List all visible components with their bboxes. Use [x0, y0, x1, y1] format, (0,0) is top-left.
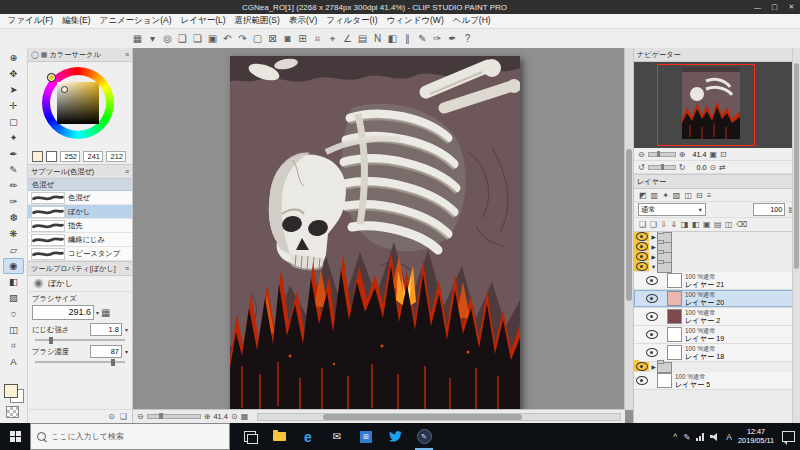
tool-property-tab[interactable]: ツールプロパティ[ぼかし] ≡: [28, 262, 132, 276]
main-color-swatch[interactable]: [4, 384, 18, 398]
selection-tool-icon[interactable]: ▢: [3, 114, 24, 130]
minimize-button[interactable]: —: [749, 4, 766, 11]
figure-tool-icon[interactable]: ○: [3, 306, 24, 322]
subtool-panel-tab[interactable]: サブツール(色混ぜ) ≡: [28, 165, 132, 179]
layer-row[interactable]: 100 %通常 レイヤー 20: [634, 290, 793, 308]
two-pane-icon[interactable]: ◫: [725, 220, 733, 229]
task-view-button[interactable]: [240, 423, 260, 450]
pen-a-icon[interactable]: ✎: [415, 30, 430, 47]
panel-menu-icon[interactable]: ≡: [125, 168, 129, 175]
blend-tool-icon[interactable]: ◉: [3, 258, 24, 274]
eraser-tool-icon[interactable]: ▱: [3, 242, 24, 258]
close-button[interactable]: ✕: [783, 3, 800, 11]
horizontal-scrollbar[interactable]: [257, 413, 621, 421]
pen-b-icon[interactable]: ✑: [430, 30, 445, 47]
layer-move-tool-icon[interactable]: ✛: [3, 98, 24, 114]
color-panel-tab[interactable]: ◯ ▦ カラーサークル ≡: [28, 48, 132, 62]
document-canvas[interactable]: [230, 56, 520, 413]
fit-screen-icon[interactable]: ▦: [241, 412, 249, 421]
open-file-icon[interactable]: ❑: [175, 30, 190, 47]
zoom-slider[interactable]: [648, 152, 676, 157]
ime-language-indicator[interactable]: A: [726, 432, 732, 442]
layer-panel-tab[interactable]: レイヤー ≡: [634, 175, 800, 189]
twitter-app-icon[interactable]: [385, 423, 405, 450]
expression-color-icon[interactable]: ◫: [684, 191, 692, 200]
effect-icon[interactable]: ✦: [662, 191, 669, 200]
layer-scrollbar[interactable]: [792, 48, 800, 423]
folder-expand-icon[interactable]: [650, 254, 657, 260]
layer-row[interactable]: 100 %通常 フォルダー 5: [634, 262, 649, 272]
pencil-tool-icon[interactable]: ✏: [3, 178, 24, 194]
select-area-icon[interactable]: ▢: [250, 30, 265, 47]
decoration-tool-icon[interactable]: ❋: [3, 226, 24, 242]
menu-item[interactable]: レイヤー(L): [176, 15, 230, 27]
create-mask-icon[interactable]: ◨: [681, 220, 689, 229]
blur-strength-value[interactable]: 1.8: [90, 323, 122, 336]
merge-down-icon[interactable]: ⇓: [671, 220, 678, 229]
palette-color-icon[interactable]: ◩: [639, 191, 647, 200]
clip-studio-taskbar-icon[interactable]: ✎: [414, 423, 434, 450]
taskbar-clock[interactable]: 12:47 2019/05/11: [738, 428, 774, 445]
deselect-icon[interactable]: ⊠: [265, 30, 280, 47]
gradient-tool-icon[interactable]: ▨: [3, 290, 24, 306]
layer-visibility-eye-icon[interactable]: [646, 312, 658, 321]
airbrush-tool-icon[interactable]: ❆: [3, 210, 24, 226]
layer-row[interactable]: 100 %通常 レイヤー 5: [634, 372, 793, 390]
folder-expand-icon[interactable]: [650, 234, 657, 240]
rgb-r-value[interactable]: 252: [60, 151, 80, 162]
color-wheel-tab-icon[interactable]: ◯: [31, 51, 39, 59]
mail-app-icon[interactable]: ✉: [327, 423, 347, 450]
layer-row[interactable]: 100 %通常 レイヤー 19: [634, 326, 793, 344]
layer-visibility-eye-icon[interactable]: [636, 376, 648, 385]
save-file-icon[interactable]: ▣: [205, 30, 220, 47]
new-layer-icon[interactable]: ❏: [639, 220, 646, 229]
menu-item[interactable]: ファイル(F): [3, 15, 58, 27]
layer-row[interactable]: 100 %通常 フォルダー 2: [634, 362, 649, 372]
ruler-tool-icon[interactable]: ⌗: [3, 338, 24, 354]
taskbar-search-box[interactable]: ここに入力して検索: [30, 423, 230, 450]
rgb-g-value[interactable]: 241: [83, 151, 103, 162]
parallel-lines-icon[interactable]: ∥: [400, 30, 415, 47]
zoom-slider[interactable]: [147, 414, 201, 419]
file-explorer-icon[interactable]: [269, 423, 289, 450]
layer-row[interactable]: 100 %通常 レイヤー 2: [634, 308, 793, 326]
layer-visibility-eye-icon[interactable]: [646, 294, 658, 303]
rotation-slider[interactable]: [648, 165, 676, 170]
delete-layer-icon[interactable]: ⌫: [736, 220, 747, 229]
spin-down-icon[interactable]: ▾: [96, 309, 99, 316]
operation-tool-icon[interactable]: ➤: [3, 82, 24, 98]
fill-tool-icon[interactable]: ◧: [3, 274, 24, 290]
letter-n-icon[interactable]: N: [370, 30, 385, 47]
zoom-out-icon[interactable]: ⊖: [638, 150, 645, 159]
subtool-item[interactable]: ぼかし: [28, 205, 132, 219]
edge-browser-icon[interactable]: e: [298, 423, 318, 450]
pen-tool-icon[interactable]: ✎: [3, 162, 24, 178]
subtool-item[interactable]: 繊維にじみ: [28, 233, 132, 247]
reference-layer-icon[interactable]: ⊟: [696, 191, 703, 200]
menu-item[interactable]: 編集(E): [58, 15, 95, 27]
eyedropper-tool-icon[interactable]: ✒: [3, 146, 24, 162]
brush-size-value[interactable]: 291.6: [32, 305, 94, 320]
layer-visibility-eye-icon[interactable]: [646, 348, 658, 357]
menu-item[interactable]: 表示(V): [284, 15, 321, 27]
network-icon[interactable]: [696, 433, 704, 441]
subtool-item[interactable]: 色混ぜ: [28, 191, 132, 205]
maximize-button[interactable]: ▢: [766, 3, 783, 11]
transparent-color-swatch[interactable]: [6, 406, 19, 418]
layer-visibility-eye-icon[interactable]: [646, 276, 658, 285]
store-app-icon[interactable]: ⊞: [356, 423, 376, 450]
reset-rotation-icon[interactable]: ⊙: [709, 163, 716, 172]
blur-strength-slider[interactable]: [35, 339, 125, 341]
pen-c-icon[interactable]: ✒: [445, 30, 460, 47]
layer-property-icon[interactable]: ▥: [651, 191, 659, 200]
navigator-view-rect[interactable]: [657, 64, 755, 146]
blend-mode-select[interactable]: 通常 ▼: [638, 203, 706, 216]
menu-item[interactable]: ウィンドウ(W): [382, 15, 448, 27]
brush-size-presets-icon[interactable]: ▦: [101, 307, 110, 319]
layer-row[interactable]: 100 %通常 レイヤー 21: [634, 272, 793, 290]
panel-menu-icon[interactable]: ≡: [125, 51, 129, 58]
brush-density-value[interactable]: 87: [90, 345, 122, 358]
menu-item[interactable]: アニメーション(A): [95, 15, 176, 27]
navigator-tab[interactable]: ナビゲーター ≡: [634, 48, 800, 62]
transfer-down-icon[interactable]: ⇩: [660, 220, 667, 229]
